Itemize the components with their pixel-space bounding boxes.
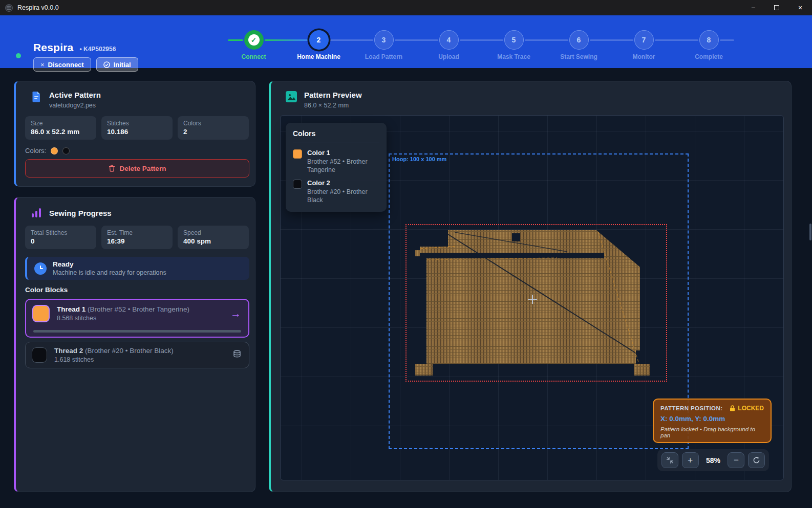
reset-view-button[interactable] [748, 452, 765, 468]
locked-label: LOCKED [738, 405, 764, 412]
lock-icon [730, 405, 735, 411]
clock-icon [34, 262, 47, 275]
stat-label: Colors [183, 120, 243, 127]
legend-item-color-2: Color 2 Brother #20 • Brother Black [293, 179, 379, 204]
layers-icon [232, 349, 242, 359]
minimize-button[interactable]: − [741, 0, 765, 15]
machine-serial: • K4P502956 [79, 46, 116, 53]
colors-label: Colors: [25, 147, 46, 154]
scrollbar-thumb[interactable] [809, 224, 811, 240]
color-dot-black [62, 147, 70, 154]
header: Respira • K4P502956 × Disconnect Initial… [0, 15, 812, 68]
step-label: Upload [438, 53, 459, 60]
legend-color-sub: Brother #20 • Brother Black [307, 188, 379, 204]
thread-2-name: Thread 2 (Brother #20 • Brother Black) [54, 347, 174, 355]
legend-item-color-1: Color 1 Brother #52 • Brother Tangerine [293, 149, 379, 174]
step-circle[interactable]: 7 [634, 30, 654, 50]
stat-est-time: Est. Time 16:39 [101, 226, 173, 249]
maximize-button[interactable] [765, 0, 788, 15]
step-circle[interactable]: 8 [699, 30, 719, 50]
thread-1-name: Thread 1 (Brother #52 • Brother Tangerin… [57, 305, 189, 313]
active-pattern-title: Active Pattern [49, 91, 101, 99]
stepper-connector [720, 39, 734, 41]
disconnect-x-icon: × [40, 61, 45, 69]
stepper-connector [590, 39, 633, 41]
zoom-out-button[interactable]: − [728, 452, 744, 468]
pattern-position-label: PATTERN POSITION: [660, 405, 722, 411]
step-label: Monitor [633, 53, 655, 60]
thread-1-stitches: 8.568 stitches [57, 315, 189, 322]
initial-button[interactable]: Initial [96, 57, 138, 72]
step-label: Home Machine [297, 53, 340, 60]
zoom-in-button[interactable]: + [682, 452, 699, 468]
pattern-filename: valetudogv2.pes [49, 102, 101, 109]
step-circle[interactable]: 2 [309, 30, 329, 50]
legend-swatch-black [293, 180, 302, 189]
image-icon [285, 91, 297, 103]
stat-value: 400 spm [183, 237, 243, 245]
status-subtitle: Machine is idle and ready for operations [53, 269, 166, 276]
step-upload: 4Upload [416, 15, 481, 68]
step-label: Load Pattern [365, 53, 402, 60]
pattern-position-overlay: PATTERN POSITION: LOCKED X: 0.0mm, Y: 0.… [653, 399, 772, 443]
initial-label: Initial [114, 61, 131, 69]
step-connect: ✓Connect [221, 15, 286, 68]
stat-value: 2 [183, 128, 243, 136]
window-controls: − × [741, 0, 812, 15]
step-label: Mask Trace [497, 53, 530, 60]
thread-1-progress-track [33, 330, 241, 333]
active-pattern-card: Active Pattern valetudogv2.pes Size 86.0… [14, 81, 255, 187]
bar-chart-icon [30, 207, 42, 219]
thread-2-card[interactable]: Thread 2 (Brother #20 • Brother Black) 1… [25, 342, 249, 368]
stepper: ✓Connect2Home Machine3Load Pattern4Uploa… [221, 15, 741, 68]
pattern-bounds-box [405, 224, 667, 382]
step-mask-trace: 5Mask Trace [481, 15, 546, 68]
stat-value: 10.186 [107, 128, 167, 136]
app-window: Respira v0.0.0 − × Respira • K4P502956 ×… [0, 0, 812, 508]
stat-value: 0 [31, 237, 91, 245]
window-title: Respira v0.0.0 [17, 4, 59, 11]
stat-colors: Colors 2 [178, 116, 249, 140]
pattern-dimensions: 86.0 × 52.2 mm [304, 102, 362, 109]
legend-swatch-orange [293, 149, 302, 159]
delete-pattern-label: Delete Pattern [120, 165, 166, 172]
color-dot-orange [51, 147, 58, 154]
stat-size: Size 86.0 x 52.2 mm [25, 116, 96, 140]
step-complete: 8Complete [676, 15, 741, 68]
thread-1-swatch [32, 305, 50, 322]
thread-name-strong: Thread 2 [54, 347, 83, 355]
stepper-connector [330, 39, 373, 41]
disconnect-button[interactable]: × Disconnect [33, 57, 91, 72]
close-button[interactable]: × [788, 0, 812, 15]
legend-color-sub: Brother #52 • Brother Tangerine [307, 158, 379, 174]
preview-canvas[interactable]: Hoop: 100 x 100 mm Colors Color 1 Brothe… [280, 115, 784, 480]
step-circle[interactable]: 4 [439, 30, 459, 50]
step-check-icon[interactable]: ✓ [244, 30, 264, 50]
step-home-machine: 2Home Machine [286, 15, 351, 68]
sewing-progress-card: Sewing Progress Total Stitches 0 Est. Ti… [14, 197, 255, 492]
legend-color-name: Color 2 [307, 179, 379, 187]
connection-status-dot [16, 53, 21, 58]
pattern-preview-card: Pattern Preview 86.0 × 52.2 mm [269, 81, 792, 492]
step-label: Complete [695, 53, 723, 60]
step-label: Start Sewing [560, 53, 597, 60]
stat-label: Total Stitches [31, 229, 91, 236]
locked-badge: LOCKED [730, 405, 764, 412]
delete-pattern-button[interactable]: Delete Pattern [25, 159, 249, 178]
thread-2-stitches: 1.618 stitches [54, 356, 174, 363]
step-circle[interactable]: 6 [569, 30, 589, 50]
stepper-connector [655, 39, 698, 41]
step-circle[interactable]: 5 [504, 30, 524, 50]
stepper-connector [265, 39, 308, 41]
fit-icon [666, 456, 674, 464]
sewing-progress-title: Sewing Progress [49, 209, 112, 217]
color-blocks-heading: Color Blocks [25, 286, 68, 294]
step-circle[interactable]: 3 [374, 30, 394, 50]
app-name: Respira [33, 41, 73, 54]
thread-1-go-arrow[interactable]: → [230, 307, 241, 320]
pattern-lock-note: Pattern locked • Drag background to pan [660, 426, 764, 438]
thread-1-card[interactable]: Thread 1 (Brother #52 • Brother Tangerin… [25, 299, 249, 338]
fit-to-view-button[interactable] [661, 452, 678, 468]
legend-color-name: Color 1 [307, 149, 379, 157]
pattern-coordinates: X: 0.0mm, Y: 0.0mm [660, 415, 764, 423]
